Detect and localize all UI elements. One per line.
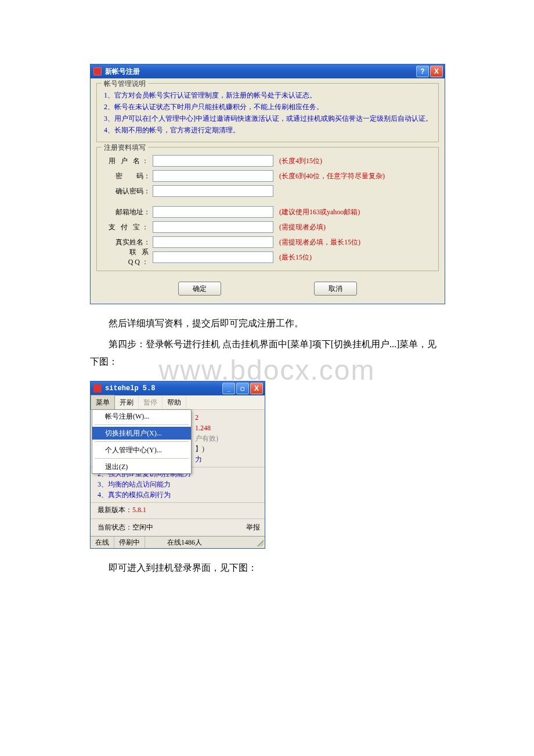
email-input[interactable] (153, 206, 273, 218)
menu-separator (95, 441, 189, 442)
status-paused: 停刷中 (114, 537, 145, 548)
username-label: 用 户 名： (104, 156, 153, 166)
menu-pause: 暂停 (139, 395, 163, 409)
alipay-label: 支 付 宝： (104, 222, 153, 232)
menu-item-switch-user[interactable]: 切换挂机用户(X)... (92, 427, 191, 440)
menu-help[interactable]: 帮助 (163, 395, 186, 409)
username-input[interactable] (153, 155, 273, 167)
body-paragraph: 第四步：登录帐号进行挂机 点击挂机界面中[菜单]项下[切换挂机用户...]菜单，… (90, 336, 444, 370)
confirm-label: 确认密码： (104, 186, 153, 196)
rules-legend: 帐号管理说明 (102, 79, 148, 89)
state-label: 当前状态：空闲中 (98, 523, 153, 532)
body-paragraph: 然后详细填写资料，提交后即可完成注册工作。 (90, 315, 444, 332)
status-online: 在线 (91, 537, 114, 548)
statusbar: 在线 停刷中 在线1486人 (91, 536, 265, 548)
feature-line: 3、均衡的站点访问能力 (98, 479, 260, 489)
feature-line: 4、真实的模拟点刷行为 (98, 489, 260, 500)
app-icon (93, 384, 102, 393)
peek-line: 户有效) (195, 433, 261, 444)
menubar: 菜单 开刷 暂停 帮助 (91, 395, 265, 410)
alipay-input[interactable] (153, 221, 273, 233)
password-label: 密 码： (104, 171, 153, 181)
menu-separator (95, 424, 189, 425)
qq-hint: (最长15位) (279, 253, 312, 262)
email-hint: (建议使用163或yahoo邮箱) (279, 207, 360, 217)
cancel-button[interactable]: 取消 (314, 282, 357, 296)
resize-grip-icon[interactable] (255, 538, 264, 546)
form-groupbox: 注册资料填写 用 户 名： (长度4到15位) 密 码： (长度6到40位，任意… (96, 147, 439, 271)
titlebar[interactable]: 新帐号注册 ? X (91, 64, 445, 78)
peek-line: 1.248 (195, 423, 261, 433)
rule-line: 1、官方对会员帐号实行认证管理制度，新注册的帐号处于未认证态。 (104, 89, 431, 101)
realname-hint: (需提现者必填，最长15位) (279, 237, 360, 247)
titlebar[interactable]: sitehelp 5.8 _ ▢ X (91, 381, 265, 395)
menu-start[interactable]: 开刷 (115, 395, 139, 409)
app-icon (93, 67, 102, 75)
menu-file[interactable]: 菜单 (91, 395, 115, 410)
form-legend: 注册资料填写 (102, 143, 148, 153)
close-button[interactable]: X (430, 66, 443, 77)
email-label: 邮箱地址： (104, 207, 153, 217)
window-title: 新帐号注册 (105, 67, 140, 77)
peek-line: 】) (195, 444, 261, 454)
maximize-button[interactable]: ▢ (236, 383, 249, 394)
ok-button[interactable]: 确定 (178, 282, 221, 296)
rule-line: 3、用户可以在[个人管理中心]中通过邀请码快速激活认证，或通过挂机或购买信誉达一… (104, 113, 431, 124)
realname-label: 真实姓名： (104, 237, 153, 247)
password-input[interactable] (153, 170, 273, 182)
realname-input[interactable] (153, 236, 273, 248)
menu-dropdown: 帐号注册(W)... 切换挂机用户(X)... 个人管理中心(Y)... 退出(… (92, 409, 192, 474)
peek-line: 2 (195, 412, 261, 423)
password-hint: (长度6到40位，任意字符尽量复杂) (279, 171, 385, 181)
menu-separator (95, 458, 189, 459)
help-button[interactable]: ? (416, 66, 429, 77)
sitehelp-window: sitehelp 5.8 _ ▢ X 菜单 开刷 暂停 帮助 帐号注册(W)..… (90, 381, 265, 549)
rules-groupbox: 帐号管理说明 1、官方对会员帐号实行认证管理制度，新注册的帐号处于未认证态。 2… (96, 83, 439, 142)
version-value: 5.8.1 (132, 506, 146, 514)
menu-item-register[interactable]: 帐号注册(W)... (92, 410, 191, 423)
register-dialog: 新帐号注册 ? X 帐号管理说明 1、官方对会员帐号实行认证管理制度，新注册的帐… (90, 64, 445, 304)
peek-line: 力 (195, 454, 261, 465)
rule-line: 4、长期不用的帐号，官方将进行定期清理。 (104, 124, 431, 136)
menu-item-exit[interactable]: 退出(Z) (92, 460, 191, 473)
report-link[interactable]: 举报 (246, 523, 260, 532)
version-line: 最新版本：5.8.1 (91, 502, 265, 519)
confirm-input[interactable] (153, 185, 273, 197)
close-button[interactable]: X (250, 383, 263, 394)
rule-line: 2、帐号在未认证状态下时用户只能挂机赚积分，不能上传刷相应任务。 (104, 101, 431, 113)
alipay-hint: (需提现者必填) (279, 222, 326, 232)
username-hint: (长度4到15位) (279, 156, 322, 166)
minimize-button[interactable]: _ (222, 383, 235, 394)
menu-item-user-center[interactable]: 个人管理中心(Y)... (92, 444, 191, 456)
qq-label: 联 系 QQ： (104, 247, 153, 267)
body-paragraph: 即可进入到挂机登录界面，见下图： (90, 559, 444, 577)
window-title: sitehelp 5.8 (105, 384, 155, 393)
qq-input[interactable] (153, 251, 273, 263)
version-label: 最新版本： (98, 506, 132, 514)
status-count: 在线1486人 (163, 537, 207, 548)
